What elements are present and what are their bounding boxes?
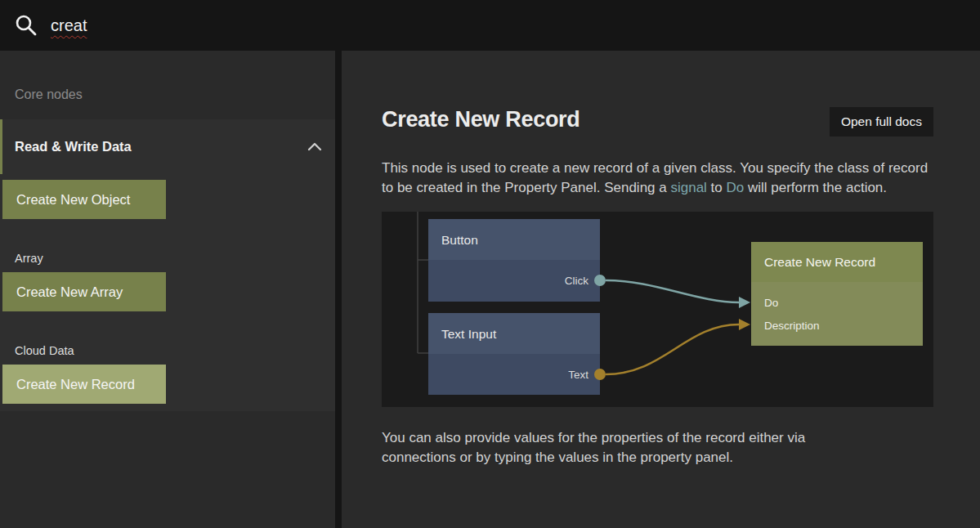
sidebar-heading: Core nodes [0, 51, 335, 102]
chevron-up-icon [307, 142, 322, 151]
subheading-cloud-data: Cloud Data [0, 344, 335, 357]
output-port-label: Click [565, 275, 588, 287]
output-port-label: Text [568, 369, 588, 381]
node-description: This node is used to create a new record… [382, 159, 933, 197]
arrowhead-description [739, 319, 750, 330]
search-query-text: creat [51, 16, 87, 34]
search-icon[interactable] [14, 13, 38, 38]
sidebar-item-create-new-record[interactable]: Create New Record [2, 365, 166, 404]
sidebar-item-create-new-array[interactable]: Create New Array [2, 272, 166, 311]
node-docs-panel: Create New Record Open full docs This no… [342, 51, 980, 528]
sidebar-item-label: Create New Record [16, 377, 135, 392]
signal-link[interactable]: signal [670, 180, 706, 195]
do-link[interactable]: Do [727, 180, 745, 195]
port-dot-text [594, 369, 606, 380]
node-graph-illustration: Button Click Text Input Text [382, 212, 933, 407]
tree-connector-lines [418, 212, 428, 353]
node-title: Button [441, 233, 478, 247]
input-port-label-description: Description [764, 320, 820, 332]
input-port-label-do: Do [764, 297, 778, 309]
open-full-docs-button[interactable]: Open full docs [830, 107, 933, 136]
wire-text-to-description [606, 324, 739, 374]
wire-click-to-do [606, 280, 739, 302]
node-library-sidebar: Core nodes Read & Write Data Create New … [0, 51, 335, 528]
group-title: Read & Write Data [15, 139, 132, 154]
diagram-node-text-input: Text Input Text [428, 313, 606, 395]
sidebar-item-label: Create New Object [16, 192, 130, 208]
node-title: Create New Record [764, 255, 875, 269]
panel-divider [335, 51, 342, 528]
page-title: Create New Record [382, 107, 580, 132]
description-text: to [707, 180, 727, 195]
group-header-read-write-data[interactable]: Read & Write Data [0, 119, 335, 174]
sidebar-item-label: Create New Array [16, 284, 123, 300]
diagram-node-create-new-record: Create New Record Do Description [751, 242, 923, 346]
subheading-array: Array [0, 252, 335, 265]
search-bar: creat [0, 0, 980, 51]
sidebar-item-create-new-object[interactable]: Create New Object [2, 180, 166, 219]
node-group-read-write-data: Read & Write Data Create New Object Arra… [0, 119, 335, 411]
port-dot-click [594, 275, 606, 286]
diagram-node-button: Button Click [428, 219, 606, 302]
search-input[interactable]: creat [51, 16, 296, 35]
description-text: will perform the action. [744, 180, 887, 195]
footer-note: You can also provide values for the prop… [382, 428, 872, 467]
arrowhead-do [739, 297, 750, 308]
node-title: Text Input [441, 327, 497, 341]
